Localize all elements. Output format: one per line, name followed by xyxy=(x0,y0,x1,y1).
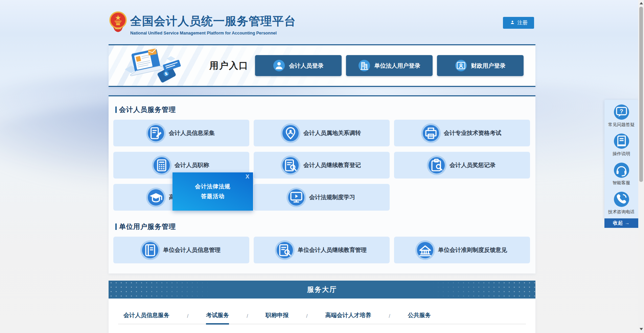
service-card-label: 会计法规制度学习 xyxy=(309,193,355,201)
service-card-label: 会计人员职称 xyxy=(175,161,209,169)
service-card-label: 会计人员继续教育登记 xyxy=(303,161,361,169)
service-hall-tabs: 会计人员信息服务/考试服务/职称申报/高端会计人才培养/公共服务 xyxy=(118,311,526,324)
service-card-grid: 单位会计人员信息管理 单位会计人员继续教育管理 单位会计准则制度反馈意见 xyxy=(113,237,531,263)
sidebar-help-item[interactable]: ? 常见问题答疑 xyxy=(608,104,635,128)
tab-separator: / xyxy=(247,313,248,324)
service-hall-tab[interactable]: 考试服务 xyxy=(206,311,229,325)
service-card[interactable]: 会计人员属地关系调转 xyxy=(254,120,390,146)
user-entry-banner: 用户入口 会计人员登录 单位法人用户登录 财政用户登录 xyxy=(109,44,535,87)
service-hall-bar: 服务大厅 xyxy=(109,281,535,299)
title-block: 全国会计人员统一服务管理平台 National Unified Service … xyxy=(130,14,296,35)
service-hall-tab[interactable]: 会计人员信息服务 xyxy=(123,311,169,324)
sidebar-help-item[interactable]: 技术咨询电话 xyxy=(608,192,635,215)
service-hall-title: 服务大厅 xyxy=(307,285,337,294)
service-card[interactable]: 单位会计准则制度反馈意见 xyxy=(394,237,530,263)
national-emblem-logo xyxy=(109,11,128,33)
collapse-button[interactable]: 收起 → xyxy=(604,218,638,228)
service-card-label: 会计人员信息采集 xyxy=(169,129,215,137)
person-icon xyxy=(510,20,515,26)
sidebar-help-item[interactable]: 智能客服 xyxy=(613,163,630,186)
sidebar-item-icon xyxy=(614,134,629,149)
service-card[interactable]: 会计人员奖惩记录 xyxy=(394,152,530,179)
login-button[interactable]: 单位法人用户登录 xyxy=(346,55,433,76)
main-container: 全国会计人员统一服务管理平台 National Unified Service … xyxy=(109,0,535,333)
login-button-label: 单位法人用户登录 xyxy=(374,62,420,70)
service-card-icon xyxy=(417,242,433,258)
service-card-label: 单位会计人员继续教育管理 xyxy=(298,246,367,254)
service-card-label: 会计人员奖惩记录 xyxy=(450,161,496,169)
service-card-label: 单位会计准则制度反馈意见 xyxy=(438,246,507,254)
service-card-label: 单位会计人员信息管理 xyxy=(163,246,221,254)
popup-line-2: 答题活动 xyxy=(201,193,225,200)
popup-close-button[interactable]: X xyxy=(246,173,249,180)
service-card-icon xyxy=(423,125,439,141)
service-card-icon xyxy=(148,189,164,206)
service-hall-tab[interactable]: 高端会计人才培养 xyxy=(325,311,371,324)
site-title-en: National Unified Service Management Plat… xyxy=(130,31,296,35)
promo-popup[interactable]: X 会计法律法规 答题活动 xyxy=(172,172,253,211)
service-card-icon xyxy=(282,157,299,173)
service-section: 单位用户服务管理 单位会计人员信息管理 单位会计人员继续教育管理 单位会计准则制… xyxy=(113,222,531,263)
section-title-bar xyxy=(115,106,117,113)
sidebar-item-label: 智能客服 xyxy=(613,180,630,186)
service-card-icon xyxy=(148,125,164,141)
sidebar-item-label: 操作说明 xyxy=(613,151,630,157)
sidebar-item-icon: ? xyxy=(614,104,629,120)
sidebar-item-label: 常见问题答疑 xyxy=(608,122,635,128)
login-buttons-group: 会计人员登录 单位法人用户登录 财政用户登录 xyxy=(255,55,524,76)
login-button-icon xyxy=(273,60,285,71)
sidebar-item-label: 技术咨询电话 xyxy=(608,209,635,215)
site-header: 全国会计人员统一服务管理平台 National Unified Service … xyxy=(109,0,535,44)
section-title-text: 单位用户服务管理 xyxy=(119,222,176,231)
service-hall-tab[interactable]: 职称申报 xyxy=(266,311,289,324)
service-card[interactable]: 会计人员信息采集 xyxy=(113,120,249,146)
scrollbar-thumb[interactable] xyxy=(639,7,643,182)
section-title-text: 会计人员服务管理 xyxy=(119,105,176,114)
service-card-icon xyxy=(282,125,299,141)
service-card-icon xyxy=(429,157,445,173)
service-card-icon xyxy=(142,242,158,258)
sidebar-item-icon xyxy=(614,192,629,207)
register-button[interactable]: 注册 xyxy=(503,17,534,29)
section-title: 会计人员服务管理 xyxy=(115,105,531,114)
login-button[interactable]: 财政用户登录 xyxy=(437,55,524,76)
dots-decoration xyxy=(420,281,535,299)
login-button-icon xyxy=(455,60,467,71)
login-button[interactable]: 会计人员登录 xyxy=(255,55,342,76)
section-title-bar xyxy=(115,223,117,230)
login-button-label: 会计人员登录 xyxy=(289,62,324,70)
sidebar-help-item[interactable]: 操作说明 xyxy=(613,134,630,157)
popup-line-1: 会计法律法规 xyxy=(195,183,231,190)
user-entry-title: 用户入口 xyxy=(209,60,249,72)
service-card[interactable]: 单位会计人员信息管理 xyxy=(113,237,249,263)
service-card-icon xyxy=(288,189,304,206)
scrollbar-down-arrow-icon[interactable] xyxy=(640,328,643,330)
sidebar-item-icon xyxy=(614,163,629,178)
scrollbar-up-arrow-icon[interactable] xyxy=(640,2,643,4)
service-card-label: 会计人员属地关系调转 xyxy=(303,129,361,137)
service-card[interactable]: 会计专业技术资格考试 xyxy=(394,120,530,146)
section-title: 单位用户服务管理 xyxy=(115,222,531,231)
service-hall-panel: 会计人员信息服务/考试服务/职称申报/高端会计人才培养/公共服务 xyxy=(109,299,535,333)
tab-separator: / xyxy=(389,313,390,324)
floating-sidebar-panel: ? 常见问题答疑 操作说明 智能客服 技术咨询电话 xyxy=(604,100,638,218)
service-hall-tab[interactable]: 公共服务 xyxy=(408,311,431,324)
register-label: 注册 xyxy=(518,20,528,26)
service-card-label: 会计专业技术资格考试 xyxy=(444,129,501,137)
service-card-icon xyxy=(154,157,170,173)
login-button-icon xyxy=(359,60,370,71)
service-card[interactable]: 会计人员继续教育登记 xyxy=(254,152,390,179)
site-title-cn: 全国会计人员统一服务管理平台 xyxy=(130,14,296,29)
laptop-illustration xyxy=(118,47,190,85)
service-card-icon xyxy=(277,242,293,258)
svg-text:?: ? xyxy=(620,108,623,115)
dots-decoration xyxy=(109,281,224,299)
floating-sidebar: ? 常见问题答疑 操作说明 智能客服 技术咨询电话 收起 → xyxy=(604,100,638,228)
browser-scrollbar[interactable] xyxy=(638,0,644,333)
tab-separator: / xyxy=(187,313,188,324)
login-button-label: 财政用户登录 xyxy=(471,62,506,70)
tab-separator: / xyxy=(306,313,307,324)
service-card[interactable]: 会计法规制度学习 xyxy=(254,184,390,211)
service-card[interactable]: 单位会计人员继续教育管理 xyxy=(254,237,390,263)
page-root: { "header": { "site_title_cn": "全国会计人员统一… xyxy=(0,0,644,333)
